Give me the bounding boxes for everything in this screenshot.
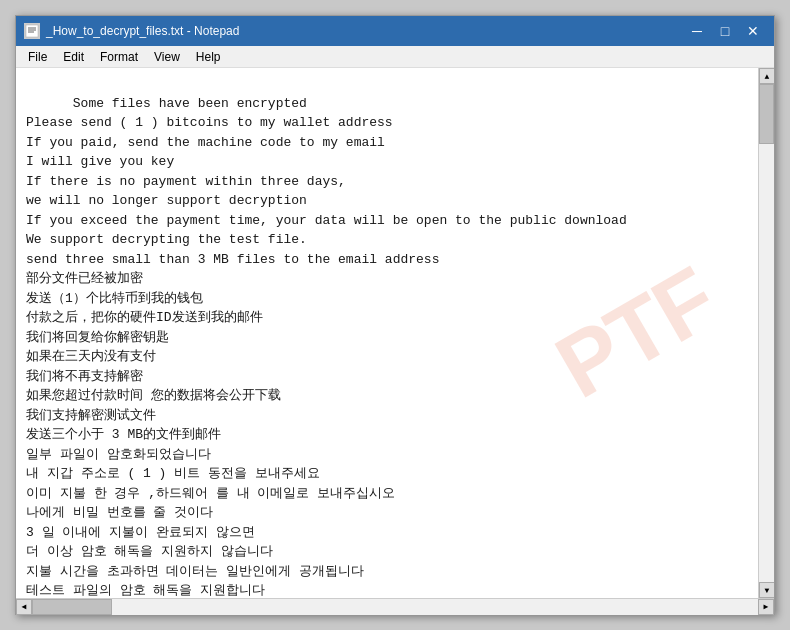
app-icon — [24, 23, 40, 39]
scrollbar-h-track[interactable] — [32, 599, 758, 615]
scrollbar-track[interactable] — [759, 84, 774, 582]
scrollbar-thumb[interactable] — [759, 84, 774, 144]
korean-text: 일부 파일이 암호화되었습니다 내 지갑 주소로 ( 1 ) 비트 동전을 보내… — [26, 447, 395, 599]
menu-bar: File Edit Format View Help — [16, 46, 774, 68]
scrollbar-down-button[interactable]: ▼ — [759, 582, 774, 598]
scrollbar-h-thumb[interactable] — [32, 599, 112, 615]
window-title: _How_to_decrypt_files.txt - Notepad — [46, 24, 684, 38]
english-text: Some files have been encrypted Please se… — [26, 96, 627, 267]
chinese-text: 部分文件已经被加密 发送（1）个比特币到我的钱包 付款之后，把你的硬件ID发送到… — [26, 271, 281, 442]
scrollbar-up-button[interactable]: ▲ — [759, 68, 774, 84]
horizontal-scrollbar[interactable]: ◀ ▶ — [16, 598, 774, 614]
svg-rect-0 — [26, 25, 38, 37]
scrollbar-left-button[interactable]: ◀ — [16, 599, 32, 615]
title-bar: _How_to_decrypt_files.txt - Notepad ─ □ … — [16, 16, 774, 46]
menu-help[interactable]: Help — [188, 48, 229, 66]
vertical-scrollbar[interactable]: ▲ ▼ — [758, 68, 774, 598]
menu-file[interactable]: File — [20, 48, 55, 66]
menu-format[interactable]: Format — [92, 48, 146, 66]
window-controls: ─ □ ✕ — [684, 21, 766, 41]
minimize-button[interactable]: ─ — [684, 21, 710, 41]
menu-view[interactable]: View — [146, 48, 188, 66]
maximize-button[interactable]: □ — [712, 21, 738, 41]
scrollbar-right-button[interactable]: ▶ — [758, 599, 774, 615]
menu-edit[interactable]: Edit — [55, 48, 92, 66]
watermark: PTF — [531, 234, 741, 433]
notepad-window: _How_to_decrypt_files.txt - Notepad ─ □ … — [15, 15, 775, 615]
text-editor[interactable]: Some files have been encrypted Please se… — [16, 68, 758, 598]
close-button[interactable]: ✕ — [740, 21, 766, 41]
content-area: Some files have been encrypted Please se… — [16, 68, 774, 598]
